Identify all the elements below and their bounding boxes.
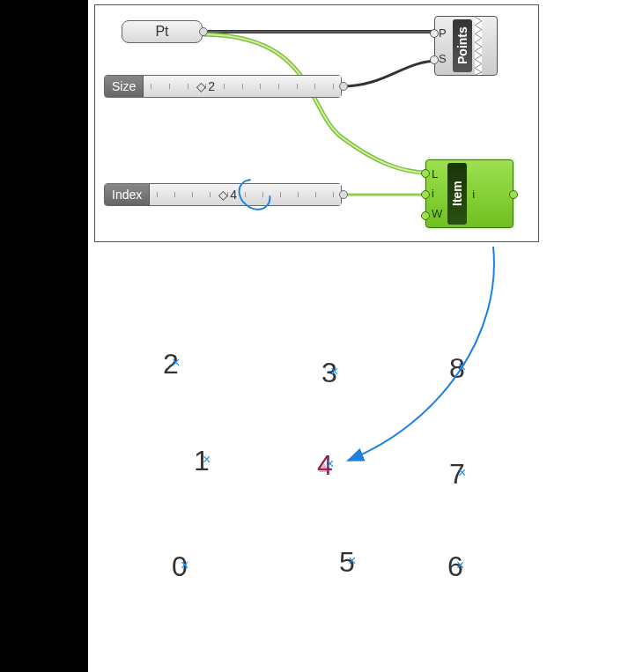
point-marker-icon: × xyxy=(458,359,466,375)
diamond-icon: ◇ xyxy=(196,79,206,93)
item-input-l: L xyxy=(432,167,442,181)
grid-point-2: 2× xyxy=(163,348,179,380)
item-input-l-port[interactable] xyxy=(421,169,430,178)
grid-point-8: 8× xyxy=(449,352,465,385)
points-input-p-port[interactable] xyxy=(430,29,439,38)
selected-point-marker xyxy=(319,463,329,472)
grid-point-3: 3× xyxy=(321,357,337,389)
point-marker-icon: × xyxy=(458,465,466,481)
size-slider[interactable]: Size ◇ 2 xyxy=(104,75,342,98)
index-slider[interactable]: Index ◇ 4 xyxy=(104,183,342,206)
item-input-w-port[interactable] xyxy=(421,211,430,220)
points-input-s: S xyxy=(439,52,447,65)
size-slider-handle[interactable]: ◇ 2 xyxy=(196,79,215,93)
point-marker-icon: × xyxy=(172,355,180,371)
point-marker-icon: × xyxy=(181,558,188,573)
points-label: Points xyxy=(453,19,472,72)
index-value: 4 xyxy=(230,188,237,202)
size-slider-track[interactable]: ◇ 2 xyxy=(144,76,341,97)
item-input-i: i xyxy=(432,187,442,200)
grid-point-0: 0× xyxy=(172,550,188,583)
grasshopper-panel: Pt Size ◇ 2 Index ◇ 4 xyxy=(94,4,539,242)
grid-point-4: 4× xyxy=(317,449,333,482)
point-marker-icon: × xyxy=(203,452,211,468)
index-highlight-circle xyxy=(232,173,277,217)
points-output-zigzag xyxy=(475,17,482,75)
point-marker-icon: × xyxy=(348,553,356,569)
pt-label: Pt xyxy=(155,24,168,40)
point-marker-icon: × xyxy=(330,364,338,380)
pt-param[interactable]: Pt xyxy=(122,20,203,43)
item-label: Item xyxy=(447,163,467,225)
item-input-i-port[interactable] xyxy=(421,190,430,199)
points-input-s-port[interactable] xyxy=(430,55,439,64)
point-marker-icon: × xyxy=(456,558,464,573)
points-input-p: P xyxy=(439,26,447,40)
points-component[interactable]: P S Points xyxy=(434,16,498,76)
size-slider-label: Size xyxy=(105,76,144,97)
item-output-i-port[interactable] xyxy=(509,190,518,199)
diamond-icon: ◇ xyxy=(218,188,228,202)
item-component[interactable]: L i W Item i xyxy=(425,159,513,228)
grid-point-7: 7× xyxy=(449,458,465,491)
grid-point-5: 5× xyxy=(339,546,355,579)
grid-point-6: 6× xyxy=(447,550,463,583)
index-slider-handle[interactable]: ◇ 4 xyxy=(218,188,237,202)
grid-point-1: 1× xyxy=(194,445,210,477)
index-slider-label: Index xyxy=(105,184,150,205)
size-value: 2 xyxy=(208,79,215,93)
item-input-w: W xyxy=(432,207,442,220)
item-output-i: i xyxy=(472,188,475,201)
